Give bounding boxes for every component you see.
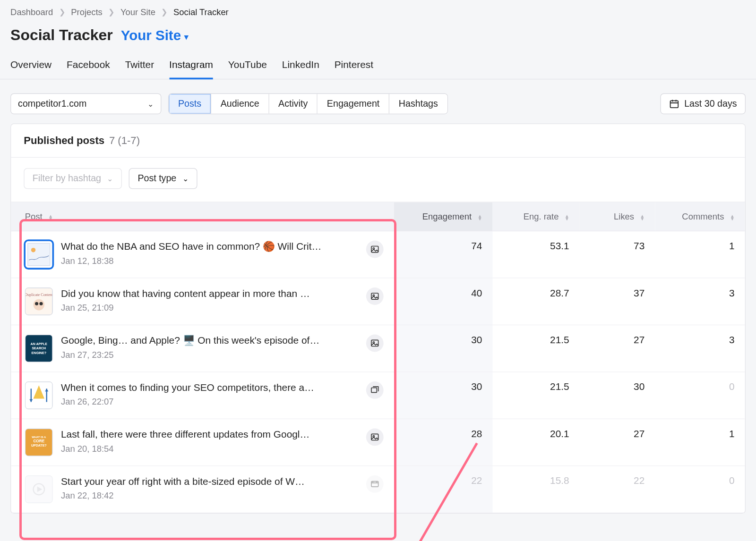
filter-hashtag[interactable]: Filter by hashtag ⌄ xyxy=(24,168,122,189)
post-title: Last fall, there were three different up… xyxy=(61,428,345,441)
post-type-icon xyxy=(366,475,384,493)
svg-point-9 xyxy=(35,302,38,305)
post-type-icon xyxy=(366,381,384,399)
post-thumbnail[interactable] xyxy=(25,475,53,503)
svg-rect-20 xyxy=(371,388,377,393)
tab-youtube[interactable]: YouTube xyxy=(228,56,267,79)
svg-rect-11 xyxy=(371,293,378,299)
post-type-icon xyxy=(366,335,384,352)
site-dropdown[interactable]: Your Site ▾ xyxy=(121,27,189,43)
date-range-button[interactable]: Last 30 days xyxy=(661,93,746,114)
filter-post-type[interactable]: Post type ⌄ xyxy=(129,168,198,189)
svg-rect-2 xyxy=(28,244,50,266)
post-thumbnail[interactable] xyxy=(25,241,53,269)
cell-likes: 22 xyxy=(580,466,655,513)
sort-icon: ▲▼ xyxy=(48,215,53,220)
cell-engagement: 74 xyxy=(394,231,493,278)
svg-text:CORE: CORE xyxy=(33,439,44,443)
post-thumbnail[interactable]: Duplicate Content xyxy=(25,287,53,315)
segment-activity[interactable]: Activity xyxy=(269,94,318,114)
tab-pinterest[interactable]: Pinterest xyxy=(335,56,373,79)
cell-eng-rate: 20.1 xyxy=(493,419,580,465)
table-row[interactable]: When it comes to finding your SEO compet… xyxy=(11,372,745,419)
post-thumbnail[interactable] xyxy=(25,381,53,409)
breadcrumb-item-current: Social Tracker xyxy=(173,7,229,17)
col-post[interactable]: Post ▲▼ xyxy=(11,202,394,231)
col-likes[interactable]: Likes ▲▼ xyxy=(580,202,655,231)
svg-text:Duplicate Content: Duplicate Content xyxy=(26,293,52,297)
segment-engagement[interactable]: Engagement xyxy=(318,94,389,114)
cell-engagement: 40 xyxy=(394,278,493,325)
posts-table: Post ▲▼ Engagement ▲▼ Eng. rate ▲▼ Likes… xyxy=(11,202,745,513)
post-thumbnail[interactable]: WHAT IS ACOREUPDATE? xyxy=(25,428,53,456)
competitor-selected: competitor1.com xyxy=(18,99,86,109)
post-title: Google, Bing… and Apple? 🖥️ On this week… xyxy=(61,335,345,347)
table-row[interactable]: Start your year off right with a bite-si… xyxy=(11,466,745,513)
svg-point-3 xyxy=(31,248,35,252)
table-row[interactable]: Duplicate Content Did you know that havi… xyxy=(11,278,745,325)
cell-comments: 1 xyxy=(655,231,745,278)
chevron-down-icon: ⌄ xyxy=(147,100,154,108)
competitor-dropdown[interactable]: competitor1.com ⌄ xyxy=(10,93,161,114)
post-date: Jan 27, 23:25 xyxy=(61,350,358,360)
panel-title: Published posts xyxy=(24,135,104,147)
cell-comments: 0 xyxy=(655,466,745,513)
published-posts-panel: Published posts 7 (1-7) Filter by hashta… xyxy=(10,124,746,514)
table-row[interactable]: AN APPLESEARCHENGINE? Google, Bing… and … xyxy=(11,325,745,372)
cell-eng-rate: 21.5 xyxy=(493,325,580,372)
cell-engagement: 30 xyxy=(394,325,493,372)
cell-comments: 3 xyxy=(655,325,745,372)
section-segmented: Posts Audience Activity Engagement Hasht… xyxy=(168,93,448,114)
svg-rect-0 xyxy=(670,101,679,108)
post-title: Did you know that having content appear … xyxy=(61,287,345,300)
svg-text:WHAT IS A: WHAT IS A xyxy=(32,436,46,439)
svg-text:ENGINE?: ENGINE? xyxy=(32,351,46,355)
sort-icon: ▲▼ xyxy=(640,215,645,220)
breadcrumb-item[interactable]: Your Site xyxy=(120,7,155,17)
col-eng-rate[interactable]: Eng. rate ▲▼ xyxy=(493,202,580,231)
svg-rect-17 xyxy=(371,340,378,346)
segment-posts[interactable]: Posts xyxy=(169,94,211,114)
site-name: Your Site xyxy=(121,27,181,43)
tab-twitter[interactable]: Twitter xyxy=(125,56,154,79)
sort-icon: ▲▼ xyxy=(565,215,569,220)
post-type-icon xyxy=(366,241,384,258)
svg-rect-4 xyxy=(371,246,378,252)
post-thumbnail[interactable]: AN APPLESEARCHENGINE? xyxy=(25,335,53,363)
col-engagement[interactable]: Engagement ▲▼ xyxy=(394,202,493,231)
tab-facebook[interactable]: Facebook xyxy=(67,56,110,79)
breadcrumb-item[interactable]: Projects xyxy=(71,7,103,17)
chevron-down-icon: ▾ xyxy=(184,32,189,42)
col-comments[interactable]: Comments ▲▼ xyxy=(655,202,745,231)
cell-engagement: 28 xyxy=(394,419,493,465)
post-title: When it comes to finding your SEO compet… xyxy=(61,381,345,394)
cell-likes: 73 xyxy=(580,231,655,278)
svg-rect-29 xyxy=(371,482,378,487)
cell-eng-rate: 53.1 xyxy=(493,231,580,278)
table-row[interactable]: What do the NBA and SEO have in common? … xyxy=(11,231,745,278)
cell-engagement: 30 xyxy=(394,372,493,419)
page-title: Social Tracker xyxy=(10,26,113,44)
segment-audience[interactable]: Audience xyxy=(211,94,269,114)
chevron-right-icon: ❯ xyxy=(108,8,115,16)
svg-text:UPDATE?: UPDATE? xyxy=(31,444,47,447)
date-range-label: Last 30 days xyxy=(684,99,737,109)
table-row[interactable]: WHAT IS ACOREUPDATE? Last fall, there we… xyxy=(11,419,745,465)
svg-rect-25 xyxy=(371,434,378,440)
chevron-right-icon: ❯ xyxy=(161,8,168,16)
tab-overview[interactable]: Overview xyxy=(10,56,52,79)
breadcrumb-item[interactable]: Dashboard xyxy=(10,7,53,17)
segment-hashtags[interactable]: Hashtags xyxy=(389,94,447,114)
cell-likes: 37 xyxy=(580,278,655,325)
cell-engagement: 22 xyxy=(394,466,493,513)
filter-hashtag-label: Filter by hashtag xyxy=(33,173,101,184)
calendar-icon xyxy=(669,99,679,109)
svg-text:AN APPLE: AN APPLE xyxy=(31,342,48,346)
post-title: Start your year off right with a bite-si… xyxy=(61,475,345,488)
post-title: What do the NBA and SEO have in common? … xyxy=(61,241,345,254)
post-date: Jan 20, 18:54 xyxy=(61,444,358,454)
tab-linkedin[interactable]: LinkedIn xyxy=(282,56,319,79)
tab-instagram[interactable]: Instagram xyxy=(169,56,213,79)
svg-point-10 xyxy=(39,302,43,305)
post-date: Jan 25, 21:09 xyxy=(61,303,358,313)
